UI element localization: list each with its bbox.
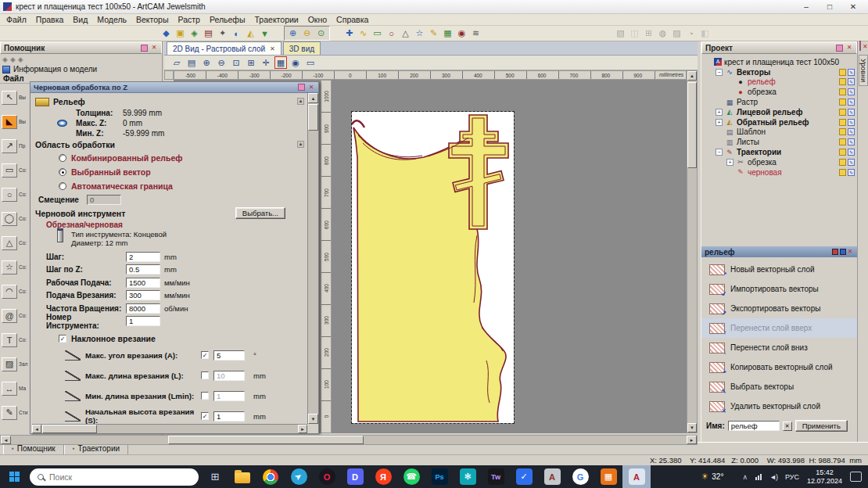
layer-select-button[interactable]: ↖Выбрать векторы bbox=[701, 377, 857, 396]
tree-item-7[interactable]: ▤Шаблон✎ bbox=[701, 127, 857, 138]
vector-tools-icon-0[interactable]: ✚ bbox=[343, 27, 356, 40]
scroll-thumb[interactable] bbox=[168, 436, 364, 444]
tree-item-0[interactable]: Aкрест и плащеница тест 100x50 bbox=[701, 57, 857, 67]
vertical-scrollbar[interactable]: ▲ ▼ bbox=[687, 70, 698, 433]
tree-item-8[interactable]: ▥Листы✎ bbox=[701, 137, 857, 147]
model-info-row[interactable]: Информация о модели bbox=[0, 64, 162, 74]
relief-tools-icon-0[interactable]: ▧ bbox=[614, 27, 627, 40]
taskbar-app-whatsapp[interactable]: ☎ bbox=[397, 465, 425, 488]
param-input-5[interactable] bbox=[126, 316, 160, 326]
search-input[interactable] bbox=[49, 472, 191, 482]
relief-tools-icon-3[interactable]: ◍ bbox=[656, 27, 669, 40]
layer-visibility-icon[interactable] bbox=[839, 149, 846, 156]
layer-edit-icon[interactable]: ✎ bbox=[848, 128, 855, 135]
layer-color-icon[interactable] bbox=[840, 249, 846, 255]
param-input-3[interactable] bbox=[126, 290, 160, 300]
model-tools-icon-5[interactable]: ◐ bbox=[230, 27, 243, 40]
taskbar-app-paint-app[interactable]: ✻ bbox=[454, 465, 482, 488]
assistant-tool-polygon[interactable]: △Со: bbox=[0, 231, 30, 255]
layer-visibility-icon[interactable] bbox=[839, 138, 846, 145]
start-button[interactable] bbox=[0, 465, 28, 488]
layer-delete-button[interactable]: ✕Удалить векторный слой bbox=[701, 396, 857, 416]
close-button[interactable]: ✕ bbox=[841, 0, 865, 14]
volume-icon[interactable]: ◄) bbox=[769, 473, 777, 481]
clear-name-icon[interactable]: ✕ bbox=[783, 422, 792, 431]
dialog-header[interactable]: Черновая обработка по Z ✕ bbox=[30, 82, 318, 93]
model-tools-icon-3[interactable]: ▤ bbox=[202, 27, 215, 40]
radio-selected-icon[interactable] bbox=[59, 168, 66, 176]
ramp-checkbox[interactable]: ✓ bbox=[59, 335, 66, 343]
layer-visibility-icon[interactable] bbox=[839, 128, 846, 135]
assistant-tool-text[interactable]: TСо: bbox=[0, 328, 30, 352]
collapse-icon[interactable]: ▲ bbox=[297, 141, 304, 148]
layer-edit-icon[interactable]: ✎ bbox=[848, 78, 855, 85]
layer-name-input[interactable] bbox=[728, 421, 780, 431]
assistant-tool-measure[interactable]: ↔Ма bbox=[0, 376, 30, 400]
zoom-tools-icon-2[interactable]: ⊙ bbox=[314, 27, 328, 40]
taskbar-app-tasks-check[interactable]: ✓ bbox=[510, 465, 538, 488]
tree-expand-icon[interactable]: + bbox=[716, 109, 723, 116]
radio-icon[interactable] bbox=[59, 182, 66, 190]
vector-tools-icon-3[interactable]: ○ bbox=[385, 27, 398, 40]
pin-icon[interactable] bbox=[298, 84, 305, 91]
menu-item-1[interactable]: Правка bbox=[31, 15, 68, 24]
ramp-row-checkbox[interactable] bbox=[201, 392, 209, 400]
ramp-row-input[interactable] bbox=[213, 371, 245, 381]
assistant-tool-circle[interactable]: ○Со: bbox=[0, 182, 30, 206]
layer-visibility-icon[interactable] bbox=[839, 159, 846, 166]
diamond-icon[interactable]: ◈ bbox=[10, 56, 16, 63]
snap-icon[interactable]: ◉ bbox=[289, 56, 302, 69]
assistant-tool-transform-select[interactable]: ◣Вы bbox=[0, 109, 30, 134]
layer-visibility-icon[interactable] bbox=[839, 78, 846, 85]
zoom-window-icon[interactable]: ⊡ bbox=[230, 56, 242, 69]
vector-tools-icon-8[interactable]: ◉ bbox=[455, 27, 468, 40]
levels-side-tab[interactable]: Уровни bbox=[859, 55, 868, 86]
assistant-tool-star[interactable]: ☆Со: bbox=[0, 255, 30, 279]
tree-expand-icon[interactable]: + bbox=[726, 159, 733, 166]
taskbar-app-discord[interactable]: D bbox=[341, 465, 369, 488]
model-tools-icon-4[interactable]: ✦ bbox=[216, 27, 229, 40]
close-icon[interactable]: ✕ bbox=[150, 44, 158, 52]
zoom-fit-icon[interactable]: ⊞ bbox=[245, 56, 257, 69]
layer-visibility-icon[interactable] bbox=[839, 88, 846, 95]
tree-expand-icon[interactable]: − bbox=[716, 69, 723, 76]
menu-item-6[interactable]: Рельефы bbox=[205, 15, 250, 24]
layer-down-button[interactable]: ↓Перенести слой вниз bbox=[701, 338, 857, 357]
scroll-right-icon[interactable]: ► bbox=[298, 425, 307, 433]
assistant-tool-fill[interactable]: ▨Зал bbox=[0, 352, 30, 376]
model-tools-icon-0[interactable]: ◆ bbox=[160, 27, 173, 40]
vector-tools-icon-9[interactable]: ≋ bbox=[469, 27, 482, 40]
vector-tools-icon-5[interactable]: ☆ bbox=[413, 27, 426, 40]
taskbar-app-yandex[interactable]: Я bbox=[369, 465, 397, 488]
taskbar-search[interactable] bbox=[30, 468, 199, 486]
tree-item-6[interactable]: +◭Обратный рельеф✎ bbox=[701, 117, 857, 127]
model-tools-icon-6[interactable]: ◭ bbox=[244, 27, 257, 40]
collapse-icon[interactable]: ▲ bbox=[297, 98, 304, 105]
scroll-up-icon[interactable]: ▲ bbox=[308, 93, 318, 103]
layer-visibility-icon[interactable] bbox=[839, 99, 846, 106]
zoom-tools-icon-1[interactable]: ⊖ bbox=[300, 27, 314, 40]
radio-icon[interactable] bbox=[59, 154, 66, 162]
network-icon[interactable] bbox=[755, 474, 762, 480]
taskbar-app-google[interactable]: G bbox=[566, 465, 594, 488]
menu-item-5[interactable]: Растр bbox=[173, 15, 204, 24]
taskbar-app-cad-app[interactable]: A bbox=[538, 465, 566, 488]
scroll-down-icon[interactable]: ▼ bbox=[308, 414, 318, 424]
param-input-4[interactable] bbox=[126, 303, 160, 314]
vector-tools-icon-4[interactable]: △ bbox=[399, 27, 412, 40]
param-input-0[interactable] bbox=[126, 252, 160, 262]
area-option-1[interactable]: Выбранный вектор bbox=[35, 165, 306, 179]
weather-widget[interactable]: ☀ 32° bbox=[701, 472, 723, 482]
zoom-in-icon[interactable]: ⊕ bbox=[200, 56, 213, 69]
pin-icon[interactable] bbox=[836, 45, 843, 52]
dialog-vertical-scrollbar[interactable]: ▲ ▼ bbox=[307, 93, 318, 424]
relief-tools-icon-5[interactable]: ◔ bbox=[684, 27, 698, 40]
layer-color-icon[interactable] bbox=[832, 249, 838, 255]
assistant-tool-arc[interactable]: ◠Со: bbox=[0, 279, 30, 303]
scroll-thumb[interactable] bbox=[42, 425, 97, 433]
task-view-icon[interactable]: ⊞ bbox=[205, 471, 225, 483]
close-icon[interactable]: ✕ bbox=[845, 44, 853, 52]
tree-item-2[interactable]: ●рельеф✎ bbox=[701, 77, 857, 88]
layer-edit-icon[interactable]: ✎ bbox=[848, 138, 855, 145]
assistant-tool-rectangle[interactable]: ▭Со: bbox=[0, 158, 30, 182]
